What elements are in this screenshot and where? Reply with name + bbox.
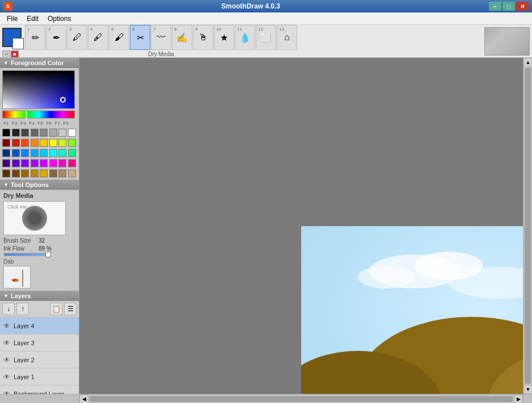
toolbar-mini-btn-2[interactable]: ■ — [11, 50, 19, 58]
layer-item-3[interactable]: 👁 Layer 3 — [0, 334, 79, 351]
window-controls: − □ ✕ — [489, 2, 529, 11]
color-swatch[interactable] — [40, 129, 48, 137]
color-swatch[interactable] — [58, 149, 66, 157]
menu-edit[interactable]: Edit — [22, 14, 43, 24]
color-gradient[interactable] — [2, 70, 75, 109]
color-swatch[interactable] — [31, 169, 39, 177]
layer-3-name: Layer 3 — [14, 340, 35, 346]
scroll-right-button[interactable]: ▶ — [514, 394, 523, 404]
tool-button-13[interactable]: 13⌂ — [277, 25, 297, 50]
layer-item-bg[interactable]: 👁 Background Layer — [0, 385, 79, 394]
preset-colors-row4 — [2, 159, 77, 167]
color-swatch[interactable] — [40, 139, 48, 147]
scroll-up-button[interactable]: ▲ — [523, 58, 532, 67]
brush-preview-area[interactable]: Click me — [3, 201, 66, 235]
layer-move-down-button[interactable]: ↓ — [2, 303, 15, 315]
color-swatch[interactable] — [49, 129, 57, 137]
tool-button-10[interactable]: 10★ — [214, 25, 234, 50]
color-swatch[interactable] — [68, 169, 76, 177]
hue-bar[interactable] — [2, 111, 75, 118]
color-swatch[interactable] — [31, 139, 39, 147]
preset-label-f4: F4 — [28, 121, 36, 126]
tool-button-3[interactable]: 3🖊 — [67, 25, 87, 50]
ink-flow-fill — [4, 253, 48, 256]
color-swatch[interactable] — [12, 149, 20, 157]
color-swatch[interactable] — [58, 159, 66, 167]
scroll-down-button[interactable]: ▼ — [523, 385, 532, 394]
tool-button-12[interactable]: 12⬜ — [256, 25, 276, 50]
tool-options-header[interactable]: ▼ Tool Options — [0, 180, 79, 190]
color-swatch[interactable] — [12, 139, 20, 147]
maximize-button[interactable]: □ — [503, 2, 515, 11]
color-swatch[interactable] — [2, 159, 10, 167]
minimize-button[interactable]: − — [489, 2, 501, 11]
tool-button-6[interactable]: 6✂ — [130, 25, 150, 50]
dab-preview[interactable]: ✒ — [3, 266, 31, 289]
color-swatch[interactable] — [31, 129, 39, 137]
layer-menu-button[interactable]: ☰ — [64, 303, 77, 315]
color-swatch[interactable] — [68, 139, 76, 147]
tool-button-7[interactable]: 7〰 — [151, 25, 171, 50]
brush-size-label: Brush Size — [3, 237, 36, 244]
layer-move-up-button[interactable]: ↑ — [16, 303, 29, 315]
layers-chevron-icon: ▼ — [3, 293, 9, 299]
color-swatch[interactable] — [31, 159, 39, 167]
color-swatch[interactable] — [12, 129, 20, 137]
foreground-color-header[interactable]: ▼ Foreground Color — [0, 58, 79, 68]
color-swatch[interactable] — [49, 139, 57, 147]
canvas-painting[interactable] — [301, 226, 523, 394]
layers-header[interactable]: ▼ Layers — [0, 291, 79, 301]
tool-button-8[interactable]: 8✍ — [172, 25, 192, 50]
color-swatch[interactable] — [12, 169, 20, 177]
color-swatch[interactable] — [40, 169, 48, 177]
tool-button-9[interactable]: 9🖱 — [193, 25, 213, 50]
color-swatch[interactable] — [2, 169, 10, 177]
scroll-left-button[interactable]: ◀ — [79, 394, 88, 404]
close-button[interactable]: ✕ — [516, 2, 529, 11]
bottom-scrollbar: ◀ ▶ — [79, 394, 523, 403]
layers-list: 👁 Layer 4 👁 Layer 3 👁 Layer 2 👁 Layer 1 … — [0, 317, 79, 394]
color-swatch[interactable] — [49, 159, 57, 167]
scroll-thumb-horizontal[interactable] — [90, 396, 513, 402]
color-swatch[interactable] — [40, 159, 48, 167]
menu-options[interactable]: Options — [43, 14, 75, 24]
toolbar: ↔ ■ 1✏ 2✒ 3🖊 4🖋 5🖌 6✂ 7〰 8✍ 9🖱 10★ 11💧 1… — [0, 25, 532, 58]
color-swatch[interactable] — [49, 169, 57, 177]
layer-add-button[interactable]: 📋 — [50, 303, 62, 315]
color-swatch[interactable] — [21, 129, 29, 137]
dab-icon: ✒ — [11, 274, 20, 287]
color-swatch[interactable] — [21, 149, 29, 157]
color-swatch[interactable] — [31, 149, 39, 157]
color-swatch[interactable] — [58, 169, 66, 177]
color-swatch[interactable] — [68, 129, 76, 137]
ink-flow-slider[interactable] — [3, 253, 54, 256]
color-swatch[interactable] — [49, 149, 57, 157]
scroll-corner — [523, 394, 532, 403]
color-swatch[interactable] — [58, 129, 66, 137]
scroll-thumb-vertical[interactable] — [525, 68, 531, 384]
color-swatch[interactable] — [68, 149, 76, 157]
layer-item-2[interactable]: 👁 Layer 2 — [0, 351, 79, 368]
menu-file[interactable]: File — [2, 14, 22, 24]
color-swatch[interactable] — [12, 159, 20, 167]
ink-flow-thumb[interactable] — [45, 252, 51, 257]
color-swatch[interactable] — [40, 149, 48, 157]
color-swatch[interactable] — [68, 159, 76, 167]
layer-item-1[interactable]: 👁 Layer 1 — [0, 368, 79, 385]
color-swatch[interactable] — [58, 139, 66, 147]
tool-button-2[interactable]: 2✒ — [46, 25, 66, 50]
color-swatch[interactable] — [21, 139, 29, 147]
color-swatch[interactable] — [2, 149, 10, 157]
layers-toolbar: ↓ ↑ 📋 ☰ — [0, 301, 79, 317]
tool-button-1[interactable]: 1✏ — [25, 25, 45, 50]
tool-button-5[interactable]: 5🖌 — [109, 25, 129, 50]
color-swatch[interactable] — [21, 159, 29, 167]
tool-button-11[interactable]: 11💧 — [235, 25, 255, 50]
tool-button-4[interactable]: 4🖋 — [88, 25, 108, 50]
layer-item-4[interactable]: 👁 Layer 4 — [0, 317, 79, 334]
foreground-color-swatch[interactable] — [2, 28, 22, 47]
color-swatch[interactable] — [2, 129, 10, 137]
color-swatch[interactable] — [21, 169, 29, 177]
toolbar-mini-btn-1[interactable]: ↔ — [2, 50, 10, 58]
color-swatch[interactable] — [2, 139, 10, 147]
